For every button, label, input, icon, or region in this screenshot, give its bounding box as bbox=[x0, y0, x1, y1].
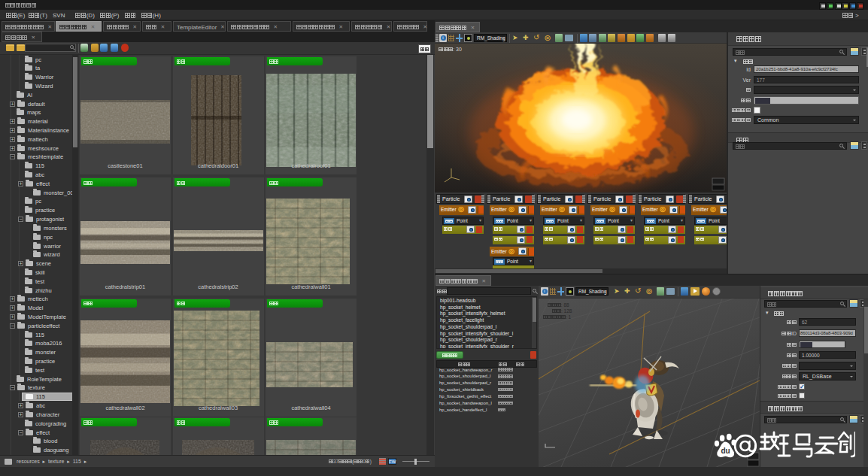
svg-text:du: du bbox=[721, 447, 730, 455]
